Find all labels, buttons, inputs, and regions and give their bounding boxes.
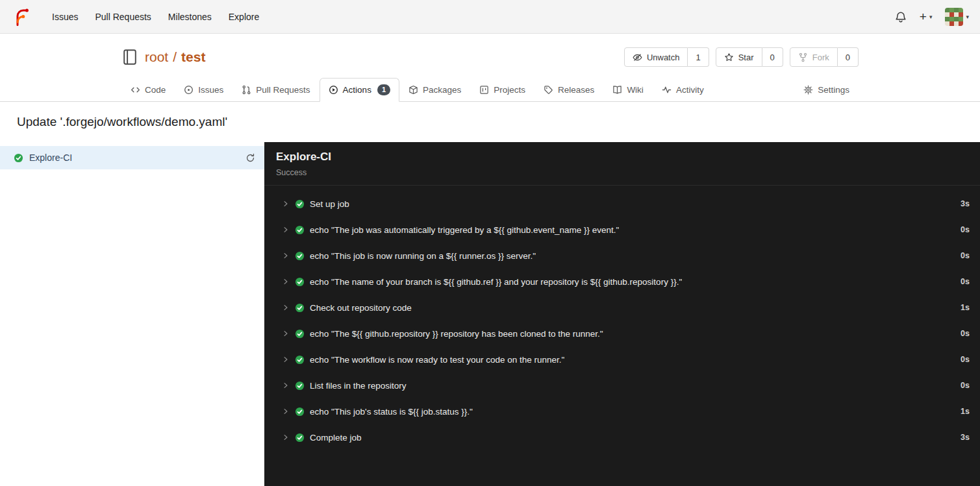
actions-count-badge: 1	[377, 84, 390, 95]
star-count[interactable]: 0	[762, 47, 783, 67]
eye-slash-icon	[633, 53, 642, 62]
create-new-menu[interactable]: + ▾	[920, 10, 933, 23]
step-name: echo "This job's status is ${{ job.statu…	[310, 407, 473, 417]
fork-button[interactable]: Fork	[790, 47, 838, 67]
step-row[interactable]: echo "This job's status is ${{ job.statu…	[264, 398, 980, 424]
fork-icon	[798, 53, 808, 62]
chevron-right-icon	[282, 407, 290, 415]
top-navbar: Issues Pull Requests Milestones Explore …	[0, 0, 980, 34]
chevron-right-icon	[282, 382, 290, 389]
watch-count[interactable]: 1	[688, 47, 709, 67]
refresh-icon[interactable]	[245, 153, 255, 163]
nav-item-pull-requests[interactable]: Pull Requests	[86, 8, 159, 26]
repo-tabs-strip: Code Issues Pull Requests	[0, 78, 980, 102]
step-duration: 0s	[953, 225, 970, 234]
tab-activity[interactable]: Activity	[653, 78, 713, 102]
nav-item-issues[interactable]: Issues	[44, 8, 86, 26]
nav-item-milestones[interactable]: Milestones	[160, 8, 220, 26]
success-check-icon	[295, 355, 305, 365]
success-check-icon	[295, 381, 305, 391]
job-panel-header: Explore-CI Success	[264, 142, 980, 186]
step-name: echo "This job is now running on a ${{ r…	[310, 251, 536, 261]
step-row[interactable]: Complete job 3s	[264, 424, 980, 450]
repo-action-buttons: Unwatch 1 Star 0	[624, 47, 859, 67]
tab-releases[interactable]: Releases	[534, 78, 603, 102]
chevron-right-icon	[282, 226, 290, 234]
success-check-icon	[295, 225, 305, 235]
pulse-icon	[662, 85, 672, 95]
success-check-icon	[295, 407, 305, 417]
gear-icon	[803, 85, 813, 95]
run-body: Explore-CI Explore-CI Success Set up job	[0, 142, 980, 486]
success-check-icon	[295, 251, 305, 261]
success-check-icon	[295, 329, 305, 339]
step-duration: 0s	[953, 277, 970, 286]
project-board-icon	[479, 85, 489, 95]
chevron-right-icon	[282, 330, 290, 337]
step-row[interactable]: echo "The ${{ github.repository }} repos…	[264, 321, 980, 346]
caret-down-icon: ▾	[929, 14, 933, 20]
unwatch-button[interactable]: Unwatch	[624, 47, 688, 67]
repo-name-link[interactable]: test	[181, 49, 205, 65]
success-check-icon	[295, 277, 305, 287]
step-name: List files in the repository	[310, 381, 407, 391]
tab-projects[interactable]: Projects	[470, 78, 534, 102]
book-icon	[612, 85, 622, 95]
forgejo-logo-icon[interactable]	[11, 7, 31, 27]
repo-title-row: root / test Unwatch 1	[121, 34, 859, 67]
star-icon	[724, 53, 734, 62]
jobs-sidebar: Explore-CI	[0, 142, 264, 486]
repo-owner-link[interactable]: root	[145, 49, 168, 65]
tag-icon	[544, 85, 553, 95]
watch-button-group: Unwatch 1	[624, 47, 709, 67]
steps-list: Set up job 3s echo "The job was automati…	[264, 186, 980, 450]
tab-actions[interactable]: Actions 1	[320, 78, 399, 102]
job-name: Explore-CI	[29, 152, 240, 163]
step-name: echo "The job was automatically triggere…	[310, 225, 619, 235]
step-row[interactable]: echo "This job is now running on a ${{ r…	[264, 243, 980, 269]
notifications-bell-icon[interactable]	[895, 11, 907, 23]
job-log-panel: Explore-CI Success Set up job 3s echo "T…	[264, 142, 980, 486]
chevron-right-icon	[282, 252, 290, 260]
job-panel-title: Explore-CI	[276, 151, 968, 164]
chevron-right-icon	[282, 278, 290, 286]
step-duration: 0s	[953, 355, 970, 364]
step-duration: 3s	[953, 199, 970, 208]
actions-play-icon	[329, 85, 338, 95]
chevron-right-icon	[282, 200, 290, 208]
workflow-run-title: Update '.forgejo/workflows/demo.yaml'	[0, 102, 980, 142]
fork-count[interactable]: 0	[838, 47, 859, 67]
step-row[interactable]: echo "The name of your branch is ${{ git…	[264, 269, 980, 295]
fork-button-group: Fork 0	[790, 47, 859, 67]
step-duration: 1s	[953, 407, 970, 416]
job-list-item-selected[interactable]: Explore-CI	[0, 146, 264, 169]
tab-packages[interactable]: Packages	[399, 78, 470, 102]
step-row[interactable]: echo "The workflow is now ready to test …	[264, 346, 980, 372]
tab-issues[interactable]: Issues	[175, 78, 232, 102]
repo-separator: /	[173, 49, 177, 65]
step-name: echo "The workflow is now ready to test …	[310, 355, 564, 365]
nav-item-explore[interactable]: Explore	[220, 8, 268, 26]
repo-icon	[121, 49, 138, 66]
tab-code[interactable]: Code	[121, 78, 175, 102]
star-button[interactable]: Star	[716, 47, 762, 67]
step-row[interactable]: Check out repository code 1s	[264, 295, 980, 321]
chevron-right-icon	[282, 304, 290, 311]
tab-pull-requests[interactable]: Pull Requests	[232, 78, 319, 102]
step-row[interactable]: Set up job 3s	[264, 191, 980, 217]
step-duration: 0s	[953, 381, 970, 390]
plus-icon: +	[920, 10, 927, 23]
tab-wiki[interactable]: Wiki	[603, 78, 653, 102]
step-duration: 0s	[953, 329, 970, 338]
success-check-icon	[295, 303, 305, 313]
tab-settings[interactable]: Settings	[794, 78, 859, 102]
success-check-icon	[295, 433, 305, 443]
step-row[interactable]: List files in the repository 0s	[264, 372, 980, 398]
user-menu[interactable]: ▾	[945, 8, 969, 26]
step-name: echo "The name of your branch is ${{ git…	[310, 277, 682, 287]
step-row[interactable]: echo "The job was automatically triggere…	[264, 217, 980, 243]
repo-header: root / test Unwatch 1	[0, 34, 980, 102]
step-duration: 1s	[953, 303, 970, 312]
package-icon	[408, 85, 418, 95]
chevron-right-icon	[282, 356, 290, 363]
